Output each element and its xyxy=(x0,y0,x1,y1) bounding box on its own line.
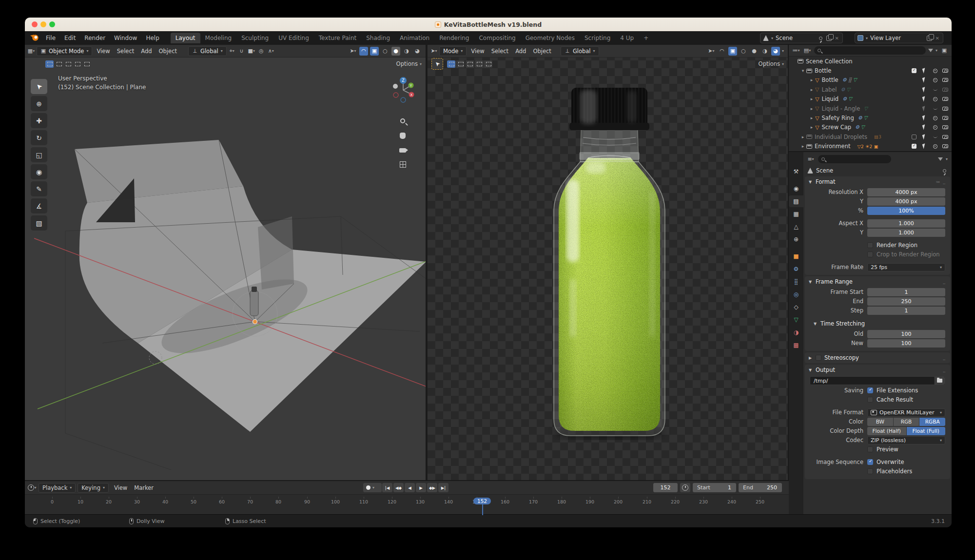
disable-render-toggle[interactable] xyxy=(940,76,950,85)
selectable-toggle[interactable] xyxy=(919,104,929,113)
object-name[interactable]: Scene Collection xyxy=(806,58,853,65)
expand-icon[interactable]: ▸ xyxy=(800,144,806,149)
select-mode-intersect-icon[interactable] xyxy=(82,60,91,68)
object-name[interactable]: Environment xyxy=(815,143,850,150)
transport-button[interactable]: ◆▶ xyxy=(427,483,437,492)
viewport-options-dropdown[interactable]: Options ▾ xyxy=(396,60,422,67)
workspace-tab[interactable]: 4 Up xyxy=(615,33,639,43)
workspace-tab[interactable]: Layout xyxy=(171,33,200,43)
remove-view-layer-icon[interactable]: ✕ xyxy=(935,36,940,41)
viewport-menu-item[interactable]: View xyxy=(93,46,113,56)
select-mode-new-icon[interactable] xyxy=(45,60,54,68)
viewport-menu-item[interactable]: View xyxy=(468,46,488,56)
disable-render-toggle[interactable] xyxy=(940,123,950,132)
time-stretching-subpanel-header[interactable]: ▼Time Stretching xyxy=(805,318,950,329)
render-region-checkbox[interactable] xyxy=(867,242,873,248)
proportional-falloff-icon[interactable]: ∧▾ xyxy=(267,47,275,56)
snap-magnet-icon[interactable]: ∪ xyxy=(237,47,246,56)
object-name[interactable]: Bottle xyxy=(815,67,831,74)
outliner-row[interactable]: ▸ ▽ Safety Ring xyxy=(789,113,952,122)
workspace-tab[interactable]: Scripting xyxy=(580,33,615,43)
outliner-row[interactable]: ▸ ▽ Label xyxy=(789,85,952,94)
menu-item[interactable]: Edit xyxy=(60,33,80,43)
viewport-scene-canvas[interactable] xyxy=(25,70,427,480)
file-format-dropdown[interactable]: OpenEXR MultiLayer▾ xyxy=(867,408,945,417)
hide-viewport-toggle[interactable] xyxy=(930,95,940,104)
shading-rendered-icon[interactable]: ◕ xyxy=(413,47,422,56)
new-view-layer-icon[interactable] xyxy=(927,36,932,41)
viewport-menu-item[interactable]: Select xyxy=(114,46,137,56)
tool-button[interactable]: ⊕ xyxy=(31,96,47,111)
object-name[interactable]: Liquid xyxy=(821,96,838,102)
minimize-window-button[interactable] xyxy=(40,21,46,27)
tool-button[interactable]: ∡ xyxy=(31,198,47,213)
viewport-menu-item[interactable]: Add xyxy=(137,46,155,56)
transport-button[interactable]: |◀ xyxy=(382,483,392,492)
menu-item[interactable]: Help xyxy=(141,33,163,43)
hide-viewport-toggle[interactable] xyxy=(930,66,940,75)
selectable-toggle[interactable] xyxy=(919,95,929,104)
disable-render-toggle[interactable] xyxy=(940,113,950,122)
expand-icon[interactable]: ▸ xyxy=(808,97,815,101)
properties-tab[interactable]: ⚙ xyxy=(789,263,803,275)
selectable-toggle[interactable] xyxy=(919,123,929,132)
show-gizmo-icon[interactable]: ➤▾ xyxy=(349,47,357,56)
current-frame-field[interactable]: 152 xyxy=(653,483,678,492)
disable-render-toggle[interactable] xyxy=(940,132,950,141)
object-name[interactable]: Safety Ring xyxy=(821,115,854,121)
expand-icon[interactable]: ▾ xyxy=(800,68,806,73)
tool-button[interactable]: ◉ xyxy=(31,164,47,179)
editor-type-icon[interactable]: ➤▾ xyxy=(429,47,438,56)
object-name[interactable]: Screw Cap xyxy=(821,124,851,131)
hide-viewport-toggle[interactable] xyxy=(930,123,940,132)
object-name[interactable]: Label xyxy=(821,86,837,93)
pin-icon[interactable] xyxy=(943,169,946,173)
keying-menu[interactable]: Keying▾ xyxy=(78,483,109,493)
hide-viewport-toggle[interactable] xyxy=(930,76,940,85)
transport-button[interactable]: ◀ xyxy=(405,483,415,492)
show-overlays-icon[interactable]: ◠ xyxy=(718,47,726,56)
outliner-row[interactable]: ▸ ▽ Liquid - Angle xyxy=(789,104,952,113)
disable-render-toggle[interactable] xyxy=(940,142,950,151)
properties-tab[interactable]: ⣿ xyxy=(789,276,803,288)
disable-render-toggle[interactable] xyxy=(940,104,950,113)
transform-orientation-dropdown[interactable]: ⟂ Global ▾ xyxy=(561,46,599,56)
workspace-tab[interactable]: Rendering xyxy=(434,33,474,43)
camera-view-icon[interactable] xyxy=(397,145,408,155)
frame-start-field[interactable]: Start1 xyxy=(693,483,736,492)
frame-end-field[interactable]: 250 xyxy=(867,297,945,306)
frame-step-field[interactable]: 1 xyxy=(867,307,945,315)
disable-render-toggle[interactable] xyxy=(940,95,950,104)
hide-viewport-toggle[interactable] xyxy=(930,113,940,122)
menu-item[interactable]: Render xyxy=(80,33,110,43)
placeholders-checkbox[interactable] xyxy=(867,468,873,474)
transport-button[interactable]: ◀◆ xyxy=(393,483,404,492)
hide-viewport-toggle[interactable] xyxy=(930,104,940,113)
playhead[interactable]: 152 xyxy=(473,496,491,505)
color-depth-option[interactable]: Float (Full) xyxy=(907,427,946,435)
hide-viewport-toggle[interactable] xyxy=(930,142,940,151)
chevron-down-icon[interactable]: ▾ xyxy=(936,48,937,53)
shading-wireframe-icon[interactable]: ○ xyxy=(739,47,748,56)
shading-wireframe-icon[interactable]: ○ xyxy=(381,47,390,56)
tool-button[interactable]: ↻ xyxy=(31,130,47,145)
object-name[interactable]: Bottle xyxy=(821,77,838,83)
use-preview-range-button[interactable] xyxy=(680,483,690,492)
unlink-scene-icon[interactable]: ✕ xyxy=(834,36,840,41)
expand-icon[interactable]: ▸ xyxy=(808,87,815,92)
tool-button[interactable]: ✚ xyxy=(31,113,47,128)
transform-orientation-dropdown[interactable]: ⟂ Global ▾ xyxy=(188,46,227,56)
crop-to-render-region-checkbox[interactable] xyxy=(867,251,873,257)
select-mode-new-icon[interactable] xyxy=(447,60,455,68)
filter-icon[interactable] xyxy=(938,157,943,161)
browse-folder-button[interactable] xyxy=(934,377,945,385)
active-tool-icon[interactable]: ➤ xyxy=(431,58,443,70)
blender-logo-icon[interactable] xyxy=(30,34,39,43)
tool-button[interactable]: ◱ xyxy=(31,147,47,162)
codec-dropdown[interactable]: ZIP (lossless)▾ xyxy=(867,436,945,444)
checkbox-toggle[interactable] xyxy=(909,132,919,141)
workspace-tab[interactable]: Compositing xyxy=(474,33,520,43)
editor-type-icon[interactable]: ≔▾ xyxy=(792,46,800,55)
selectable-toggle[interactable] xyxy=(919,132,929,141)
timeline-ruler[interactable]: 0102030405060708090100110120130140150160… xyxy=(25,495,789,515)
